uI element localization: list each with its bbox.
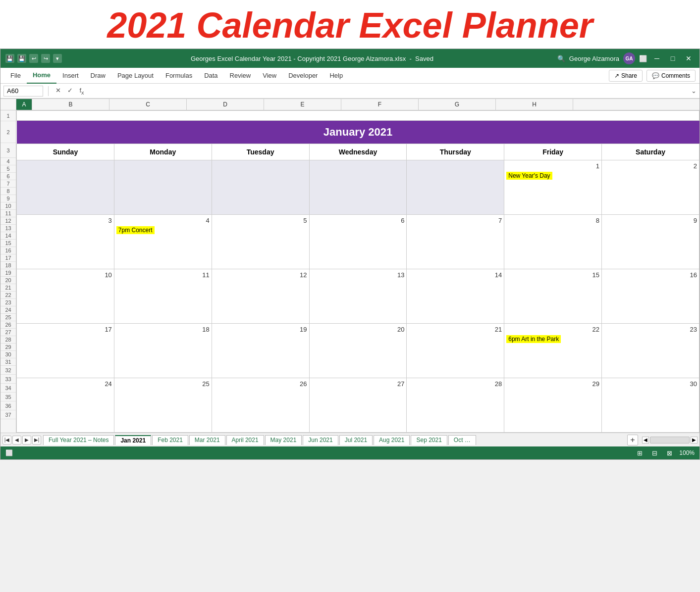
tab-formulas[interactable]: Formulas: [160, 68, 198, 84]
sheet-tab-7[interactable]: Jul 2021: [339, 435, 373, 445]
redo-icon[interactable]: ↪: [41, 54, 50, 63]
tab-prev-button[interactable]: ◀: [12, 436, 21, 444]
col-header-a[interactable]: A: [16, 99, 32, 110]
sheet-tab-3[interactable]: Mar 2021: [189, 435, 225, 445]
cal-cell-week3-day5[interactable]: 226pm Art in the Park: [504, 324, 602, 378]
autosave-icon[interactable]: 💾: [17, 54, 26, 63]
cal-cell-week1-day4[interactable]: 7: [407, 215, 504, 269]
scroll-right-button[interactable]: ▶: [691, 437, 698, 444]
cal-cell-week4-day2[interactable]: 26: [212, 378, 309, 433]
cal-cell-week2-day2[interactable]: 12: [212, 269, 309, 324]
cal-cell-week0-day2[interactable]: [212, 160, 309, 215]
customize-icon[interactable]: ▾: [53, 54, 62, 63]
cal-cell-week2-day0[interactable]: 10: [17, 269, 114, 324]
col-header-e[interactable]: E: [264, 99, 341, 110]
col-header-f[interactable]: F: [341, 99, 419, 110]
cal-cell-week1-day5[interactable]: 8: [504, 215, 602, 269]
tab-last-button[interactable]: ▶|: [32, 436, 41, 444]
cal-cell-week3-day1[interactable]: 18: [114, 324, 212, 378]
cal-cell-week3-day4[interactable]: 21: [407, 324, 504, 378]
cal-cell-week2-day1[interactable]: 11: [114, 269, 212, 324]
horizontal-scrollbar[interactable]: ◀ ▶: [642, 437, 698, 444]
cal-cell-week0-day0[interactable]: [17, 160, 114, 215]
add-sheet-button[interactable]: +: [627, 435, 638, 445]
cal-cell-week2-day3[interactable]: 13: [309, 269, 407, 324]
col-header-c[interactable]: C: [109, 99, 187, 110]
page-layout-view-button[interactable]: ⊟: [649, 448, 659, 458]
cal-cell-week4-day3[interactable]: 27: [309, 378, 407, 433]
col-header-d[interactable]: D: [187, 99, 264, 110]
normal-view-button[interactable]: ⊞: [635, 448, 645, 458]
cal-cell-week4-day6[interactable]: 30: [602, 378, 700, 433]
col-header-g[interactable]: G: [419, 99, 496, 110]
scroll-left-button[interactable]: ◀: [642, 437, 649, 444]
formula-expand-icon[interactable]: ⌄: [691, 87, 697, 95]
cal-cell-week3-day2[interactable]: 19: [212, 324, 309, 378]
tab-help[interactable]: Help: [323, 68, 349, 84]
cal-cell-week1-day1[interactable]: 47pm Concert: [114, 215, 212, 269]
page-break-view-button[interactable]: ⊠: [664, 448, 674, 458]
cal-cell-week4-day0[interactable]: 24: [17, 378, 114, 433]
cal-cell-week0-day5[interactable]: 1New Year's Day: [504, 160, 602, 215]
sheet-tab-0[interactable]: Full Year 2021 – Notes: [43, 435, 114, 445]
cal-cell-week2-day6[interactable]: 16: [602, 269, 700, 324]
comments-button[interactable]: 💬 Comments: [646, 70, 696, 82]
cal-cell-week3-day3[interactable]: 20: [309, 324, 407, 378]
minimize-button[interactable]: ─: [651, 52, 663, 64]
cal-cell-week0-day3[interactable]: [309, 160, 407, 215]
calendar-event[interactable]: 7pm Concert: [116, 226, 155, 234]
calendar-event[interactable]: 6pm Art in the Park: [506, 335, 561, 343]
cal-cell-week3-day6[interactable]: 23: [602, 324, 700, 378]
sheet-tab-6[interactable]: Jun 2021: [303, 435, 338, 445]
tab-data[interactable]: Data: [198, 68, 223, 84]
cal-cell-week3-day0[interactable]: 17: [17, 324, 114, 378]
tab-file[interactable]: File: [4, 68, 27, 84]
cal-cell-week4-day4[interactable]: 28: [407, 378, 504, 433]
calendar-event[interactable]: New Year's Day: [506, 172, 552, 180]
tab-home[interactable]: Home: [27, 68, 56, 84]
cal-cell-week0-day4[interactable]: [407, 160, 504, 215]
cal-cell-week1-day3[interactable]: 6: [309, 215, 407, 269]
tab-review[interactable]: Review: [224, 68, 257, 84]
tab-page-layout[interactable]: Page Layout: [111, 68, 160, 84]
sheet-tab-10[interactable]: Oct …: [448, 435, 476, 445]
sheet-tab-1[interactable]: Jan 2021: [115, 435, 151, 445]
confirm-formula-icon[interactable]: ✓: [65, 87, 74, 96]
ribbon-toggle-icon[interactable]: ⬜: [639, 55, 647, 62]
cal-cell-week1-day6[interactable]: 9: [602, 215, 700, 269]
col-header-h[interactable]: H: [496, 99, 573, 110]
share-button[interactable]: ↗ Share: [609, 70, 643, 82]
formula-input[interactable]: [89, 86, 688, 97]
close-button[interactable]: ✕: [683, 52, 695, 64]
cal-cell-week4-day1[interactable]: 25: [114, 378, 212, 433]
sheet-tab-4[interactable]: April 2021: [226, 435, 264, 445]
cal-cell-week1-day2[interactable]: 5: [212, 215, 309, 269]
sheet-tab-8[interactable]: Aug 2021: [374, 435, 410, 445]
cal-cell-week0-day6[interactable]: 2: [602, 160, 700, 215]
sheet-tab-9[interactable]: Sep 2021: [411, 435, 447, 445]
cell-reference-input[interactable]: [3, 86, 43, 97]
row-number-14: 14: [0, 232, 16, 240]
tab-view[interactable]: View: [257, 68, 282, 84]
row-number-16: 16: [0, 247, 16, 254]
cancel-formula-icon[interactable]: ✕: [54, 87, 62, 96]
col-header-b[interactable]: B: [32, 99, 109, 110]
sheet-tab-2[interactable]: Feb 2021: [152, 435, 188, 445]
cal-cell-week4-day5[interactable]: 29: [504, 378, 602, 433]
cal-cell-week1-day0[interactable]: 3: [17, 215, 114, 269]
undo-icon[interactable]: ↩: [29, 54, 38, 63]
cal-cell-week2-day4[interactable]: 14: [407, 269, 504, 324]
save-icon[interactable]: 💾: [5, 54, 14, 63]
search-icon[interactable]: 🔍: [557, 55, 565, 62]
tab-insert[interactable]: Insert: [56, 68, 85, 84]
tab-developer[interactable]: Developer: [282, 68, 323, 84]
scroll-thumb[interactable]: [650, 437, 690, 444]
insert-function-icon[interactable]: fx: [77, 87, 86, 96]
cal-cell-week0-day1[interactable]: [114, 160, 212, 215]
cal-cell-week2-day5[interactable]: 15: [504, 269, 602, 324]
sheet-tab-5[interactable]: May 2021: [265, 435, 302, 445]
maximize-button[interactable]: □: [667, 52, 679, 64]
tab-draw[interactable]: Draw: [85, 68, 111, 84]
tab-first-button[interactable]: |◀: [2, 436, 11, 444]
tab-next-button[interactable]: ▶: [22, 436, 31, 444]
